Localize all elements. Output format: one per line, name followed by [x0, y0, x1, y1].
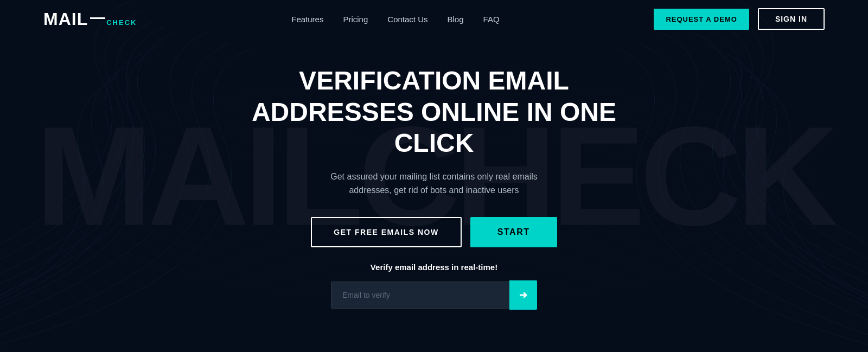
hero-buttons: GET FREE EMAILS NOW START	[311, 217, 557, 247]
email-verify-input[interactable]	[331, 281, 509, 309]
hero-subtitle: Get assured your mailing list contains o…	[320, 170, 548, 197]
arrow-right-icon: ➔	[519, 289, 527, 301]
logo-mail-text: MAIL	[43, 9, 88, 29]
nav-link-contact[interactable]: Contact Us	[387, 15, 427, 24]
logo-line-decoration	[90, 17, 105, 19]
nav-link-pricing[interactable]: Pricing	[343, 15, 368, 24]
realtime-label: Verify email address in real-time!	[371, 263, 497, 272]
start-button[interactable]: START	[470, 217, 557, 247]
navbar: MAIL CHECK Features Pricing Contact Us B…	[0, 0, 868, 38]
nav-link-blog[interactable]: Blog	[448, 15, 464, 24]
nav-link-features[interactable]: Features	[291, 15, 323, 24]
email-verify-row: ➔	[331, 280, 537, 310]
request-demo-button[interactable]: REQUEST A DEMO	[654, 9, 749, 30]
hero-title: VERIFICATION EMAIL ADDRESSES ONLINE IN O…	[244, 65, 624, 159]
sign-in-button[interactable]: SIGN IN	[758, 8, 825, 30]
nav-links: Features Pricing Contact Us Blog FAQ	[291, 15, 499, 24]
hero-section: VERIFICATION EMAIL ADDRESSES ONLINE IN O…	[0, 38, 868, 310]
logo: MAIL CHECK	[43, 9, 137, 29]
get-free-emails-button[interactable]: GET FREE EMAILS NOW	[311, 217, 461, 247]
logo-check-text: CHECK	[106, 18, 137, 27]
email-verify-submit-button[interactable]: ➔	[509, 280, 537, 310]
nav-actions: REQUEST A DEMO SIGN IN	[654, 8, 825, 30]
nav-link-faq[interactable]: FAQ	[483, 15, 500, 24]
